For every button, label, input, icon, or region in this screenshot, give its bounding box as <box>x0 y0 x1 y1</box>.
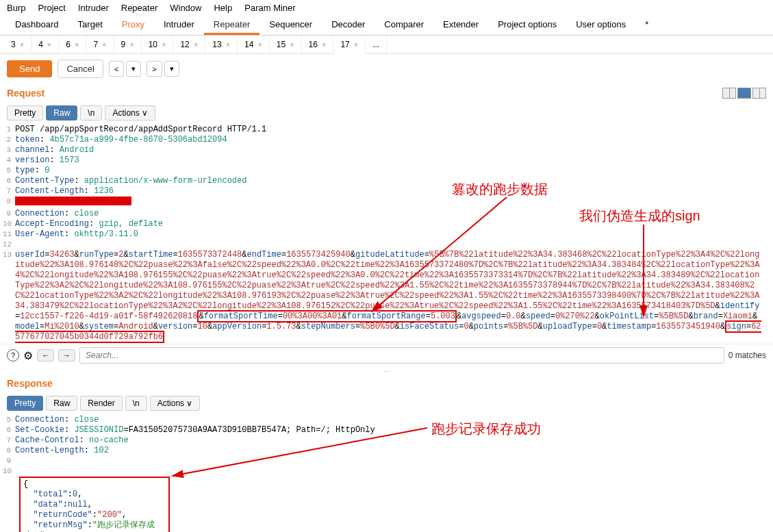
layout-stacked[interactable] <box>737 88 751 99</box>
repeater-tab-7[interactable]: 7× <box>86 36 114 53</box>
request-pretty-button[interactable]: Pretty <box>7 105 43 121</box>
response-editor-toolbar: Pretty Raw Render \n Actions ∨ <box>0 393 773 414</box>
repeater-tab-17[interactable]: 17× <box>333 36 366 54</box>
response-newline-button[interactable]: \n <box>125 396 147 411</box>
menu-project[interactable]: Project <box>38 3 65 13</box>
chevron-down-icon: ∨ <box>186 398 192 408</box>
request-title: Request <box>7 88 45 99</box>
repeater-tab-10[interactable]: 10× <box>142 36 174 53</box>
repeater-tabs: 3×4×6×7×9×10×12×13×14×15×16×17×... <box>0 36 773 54</box>
close-icon[interactable]: × <box>47 40 51 49</box>
send-button[interactable]: Send <box>7 60 52 77</box>
request-header: Request <box>0 84 773 103</box>
view-layout-buttons <box>722 88 766 99</box>
menu-burp[interactable]: Burp <box>7 3 25 13</box>
gear-icon[interactable]: ⚙ <box>23 349 33 362</box>
close-icon[interactable]: × <box>354 40 358 49</box>
search-prev-button[interactable]: ← <box>37 349 54 362</box>
response-actions-button[interactable]: Actions ∨ <box>150 396 201 411</box>
close-icon[interactable]: × <box>129 40 134 49</box>
search-next-button[interactable]: → <box>58 349 75 362</box>
response-raw-button[interactable]: Raw <box>46 396 77 411</box>
close-icon[interactable]: × <box>257 40 262 49</box>
tab-intruder[interactable]: Intruder <box>154 16 204 35</box>
close-icon[interactable]: × <box>322 40 326 49</box>
splitter-handle[interactable]: ··· <box>0 366 773 377</box>
menu-param-miner[interactable]: Param Miner <box>244 3 295 13</box>
repeater-tab-15[interactable]: 15× <box>270 36 302 53</box>
repeater-tab-12[interactable]: 12× <box>173 36 205 53</box>
repeater-tab-16[interactable]: 16× <box>302 36 334 53</box>
history-back-dropdown[interactable]: ▾ <box>126 61 141 77</box>
request-raw-button[interactable]: Raw <box>46 105 77 121</box>
search-matches: 0 matches <box>728 351 766 360</box>
chevron-down-icon: ∨ <box>142 108 148 118</box>
layout-columns[interactable] <box>722 88 736 99</box>
history-fwd-dropdown[interactable]: ▾ <box>164 61 179 77</box>
menubar: Burp Project Intruder Repeater Window He… <box>0 0 773 16</box>
history-fwd-button[interactable]: > <box>147 61 162 77</box>
tab-overflow[interactable]: ... <box>366 36 387 53</box>
repeater-tab-13[interactable]: 13× <box>205 36 238 53</box>
menu-help[interactable]: Help <box>214 3 232 13</box>
tab-dashboard[interactable]: Dashboard <box>5 16 68 35</box>
repeater-tab-14[interactable]: 14× <box>238 36 270 53</box>
menu-intruder[interactable]: Intruder <box>78 3 109 13</box>
help-icon[interactable]: ? <box>7 349 19 362</box>
menu-window[interactable]: Window <box>170 3 201 13</box>
tab-user-options[interactable]: User options <box>566 16 635 35</box>
tool-tabs: Dashboard Target Proxy Intruder Repeater… <box>0 16 773 36</box>
search-input[interactable] <box>79 347 724 364</box>
tab-decoder[interactable]: Decoder <box>322 16 375 35</box>
request-actions-button[interactable]: Actions ∨ <box>105 105 155 121</box>
request-editor[interactable]: 1POST /app/appSportRecord/appAddSportRec… <box>0 123 773 344</box>
cancel-button[interactable]: Cancel <box>58 60 103 78</box>
close-icon[interactable]: × <box>75 40 79 49</box>
repeater-tab-4[interactable]: 4× <box>31 36 59 53</box>
close-icon[interactable]: × <box>194 40 198 49</box>
tab-proxy[interactable]: Proxy <box>112 16 154 35</box>
history-back-button[interactable]: < <box>109 61 124 77</box>
tab-unsaved[interactable]: * <box>635 16 658 35</box>
close-icon[interactable]: × <box>290 40 294 49</box>
close-icon[interactable]: × <box>226 40 230 49</box>
layout-combined[interactable] <box>752 88 766 99</box>
tab-target[interactable]: Target <box>68 16 112 35</box>
close-icon[interactable]: × <box>162 40 166 49</box>
close-icon[interactable]: × <box>20 40 24 49</box>
tab-repeater[interactable]: Repeater <box>204 16 259 35</box>
request-newline-button[interactable]: \n <box>80 105 102 121</box>
request-editor-toolbar: Pretty Raw \n Actions ∨ <box>0 103 773 123</box>
response-title: Response <box>7 378 53 389</box>
repeater-toolbar: Send Cancel < ▾ > ▾ <box>0 54 773 84</box>
response-header: Response <box>0 377 773 393</box>
tab-project-options[interactable]: Project options <box>488 16 566 35</box>
response-editor[interactable]: 5Connection: close6Set-Cookie: JSESSIONI… <box>0 414 773 532</box>
tab-comparer[interactable]: Comparer <box>375 16 433 35</box>
repeater-tab-6[interactable]: 6× <box>59 36 86 53</box>
close-icon[interactable]: × <box>102 40 106 49</box>
tab-sequencer[interactable]: Sequencer <box>259 16 322 35</box>
response-json-body: { "total":0, "data":null, "returnCode":"… <box>19 477 170 532</box>
repeater-tab-3[interactable]: 3× <box>4 36 31 53</box>
menu-repeater[interactable]: Repeater <box>121 3 157 13</box>
tab-extender[interactable]: Extender <box>433 16 488 35</box>
response-render-button[interactable]: Render <box>80 396 122 411</box>
request-search-bar: ? ⚙ ← → 0 matches <box>0 344 773 366</box>
repeater-tab-9[interactable]: 9× <box>114 36 142 53</box>
response-pretty-button[interactable]: Pretty <box>7 396 43 411</box>
